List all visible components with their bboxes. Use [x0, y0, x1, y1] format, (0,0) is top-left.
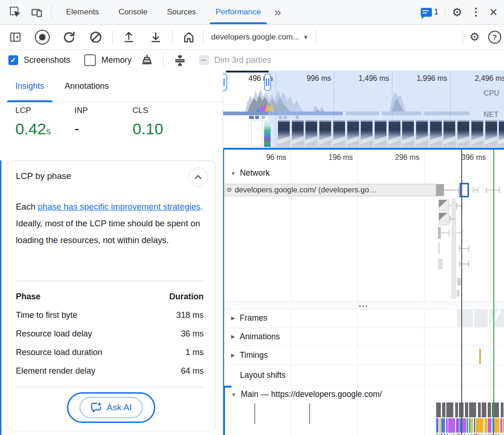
filmstrip-frame[interactable] [319, 120, 332, 147]
window-left-handle[interactable] [223, 73, 227, 91]
divider [112, 30, 113, 44]
device-toolbar-icon[interactable] [30, 5, 44, 19]
collapse-card-button[interactable] [188, 167, 208, 187]
reload-and-record-icon[interactable] [62, 30, 76, 44]
help-icon[interactable]: ? [488, 31, 501, 44]
flame-segment [467, 418, 468, 433]
record-icon[interactable] [35, 30, 50, 45]
metric-lcp[interactable]: LCP 0.42s [15, 106, 74, 138]
filmstrip-frame[interactable] [374, 120, 387, 147]
filmstrip-frame[interactable] [457, 120, 470, 147]
tab-insights[interactable]: Insights [15, 71, 44, 102]
metric-inp[interactable]: INP - [74, 106, 133, 138]
download-profile-icon[interactable] [149, 30, 163, 44]
filmstrip-frame[interactable] [333, 120, 345, 147]
net-chip [255, 116, 259, 119]
main-track-label: Main — https://developers.google.com/ [241, 389, 382, 399]
window-right-handle[interactable] [264, 73, 271, 91]
upload-profile-icon[interactable] [122, 30, 136, 44]
more-tabs-icon[interactable]: » [271, 5, 283, 20]
ellipsis-icon: … [358, 302, 369, 305]
divider [463, 30, 463, 44]
filmstrip-frame[interactable] [305, 120, 318, 147]
dim-3rd-parties-label: Dim 3rd parties [214, 55, 271, 65]
filmstrip-frame[interactable] [485, 120, 497, 147]
lcp-marker-line [493, 150, 494, 435]
settings-gear-icon[interactable]: ⚙ [452, 7, 462, 18]
track-main-toggle[interactable]: ▼ Main — https://developers.google.com/ [231, 389, 382, 399]
flame-segment [446, 418, 448, 433]
filmstrip-frame[interactable] [430, 120, 442, 147]
tab-sources[interactable]: Sources [157, 0, 206, 24]
page-url-selector[interactable]: developers.google.com... ▼ [211, 33, 308, 42]
gridline [276, 71, 276, 148]
memory-checkbox[interactable] [84, 54, 96, 66]
timing-marker[interactable] [479, 349, 481, 364]
phase-duration-table: PhaseDuration Time to first byte318 ms R… [16, 287, 204, 380]
garbage-collect-brush-icon[interactable] [140, 53, 154, 67]
tab-performance[interactable]: Performance [206, 0, 271, 24]
screenshots-checkbox[interactable]: ✓ [8, 55, 18, 65]
tab-annotations[interactable]: Annotations [65, 71, 109, 102]
chevron-down-icon: ▼ [231, 392, 236, 397]
divider [16, 387, 204, 387]
more-options-icon[interactable]: ⋮ [471, 7, 481, 17]
feedback-count: 1 [434, 7, 438, 17]
filmstrip-frame[interactable] [278, 120, 290, 147]
divider [51, 5, 52, 19]
ai-sparkle-chat-icon [91, 402, 103, 414]
feedback-bubble-icon [421, 8, 432, 17]
divider [16, 281, 204, 281]
overview-time-label: 2,496 ms [459, 74, 504, 83]
filmstrip-frame[interactable] [498, 120, 504, 147]
phase-strategies-link[interactable]: phase has specific improvement strategie… [38, 202, 200, 211]
timeline-overview[interactable]: 496 ms 996 ms 1,496 ms 1,996 ms 2,496 ms… [223, 71, 504, 150]
tab-console[interactable]: Console [109, 0, 157, 24]
flame-tick [309, 403, 310, 424]
flame-segment [484, 418, 487, 433]
flame-segment [456, 418, 459, 433]
network-request-row[interactable]: ⚙ developers.google.com/ (developers.go… [226, 184, 433, 195]
tab-elements[interactable]: Elements [56, 0, 109, 24]
filmstrip-frame[interactable] [471, 120, 484, 147]
selection-window-top [226, 71, 269, 72]
home-icon[interactable] [182, 30, 196, 44]
dim-3rd-parties-checkbox[interactable] [199, 55, 209, 65]
filmstrip-frame[interactable] [443, 120, 456, 147]
inspect-element-icon[interactable] [8, 5, 22, 19]
capture-settings-gear-icon[interactable]: ⚙ [470, 31, 480, 43]
close-devtools-icon[interactable]: × [489, 5, 497, 19]
toggle-sidebar-icon[interactable] [8, 30, 22, 44]
overview-time-label: 1,996 ms [401, 74, 447, 83]
timeline-details[interactable]: 96 ms 196 ms 296 ms 396 ms ▼ Network [223, 150, 504, 435]
filmstrip-frame[interactable] [416, 120, 428, 147]
frame-thumbnail[interactable] [457, 310, 473, 327]
filmstrip-frame[interactable] [292, 120, 304, 147]
network-section-label: Network [240, 168, 270, 178]
cpu-track-label: CPU [484, 89, 504, 98]
page-url: developers.google.com... [211, 33, 299, 42]
table-header: PhaseDuration [16, 287, 204, 306]
filmstrip-paint-frame[interactable] [264, 120, 271, 147]
filmstrip-frame[interactable] [402, 120, 414, 147]
clear-icon[interactable] [89, 30, 103, 44]
net-chip [262, 116, 265, 119]
ask-ai-button[interactable]: Ask AI [67, 392, 155, 423]
card-title: LCP by phase [16, 171, 71, 181]
metric-cls[interactable]: CLS 0.10 [133, 106, 163, 138]
flame-segment [474, 418, 475, 433]
frame-thumbnail[interactable] [474, 310, 488, 327]
table-row: Element render delay64 ms [16, 362, 204, 380]
filmstrip-frame[interactable] [388, 120, 401, 147]
track-label: Layout shifts [240, 370, 285, 380]
insights-sidebar: Insights Annotations LCP 0.42s INP - CLS… [0, 71, 223, 435]
network-section-toggle[interactable]: ▼ Network [231, 168, 270, 178]
chevron-down-icon: ▼ [303, 34, 308, 40]
collapse-tracks-icon[interactable] [173, 53, 187, 67]
feedback-button[interactable]: 1 [421, 7, 438, 17]
flame-segment [471, 418, 473, 433]
filmstrip-frame[interactable] [347, 120, 359, 147]
filmstrip-blank-frame[interactable] [251, 120, 263, 147]
filmstrip-frame[interactable] [360, 120, 373, 147]
frame-thumbnail[interactable] [489, 310, 504, 327]
